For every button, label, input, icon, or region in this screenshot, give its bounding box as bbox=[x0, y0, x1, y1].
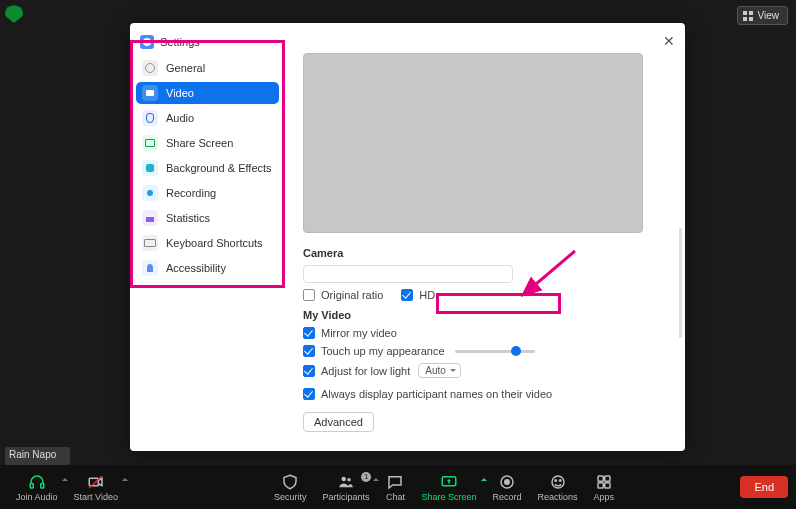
gear-icon bbox=[142, 60, 158, 76]
sidebar-item-statistics[interactable]: Statistics bbox=[136, 207, 279, 229]
mirror-checkbox[interactable] bbox=[303, 327, 315, 339]
sidebar-item-label: Video bbox=[166, 87, 194, 99]
apps-button[interactable]: Apps bbox=[586, 473, 623, 502]
modal-header: Settings bbox=[136, 31, 279, 53]
apps-icon bbox=[594, 473, 614, 491]
svg-point-6 bbox=[347, 478, 350, 481]
sidebar-item-label: General bbox=[166, 62, 205, 74]
lowlight-checkbox[interactable] bbox=[303, 365, 315, 377]
background-icon bbox=[142, 160, 158, 176]
headphone-icon bbox=[27, 473, 47, 491]
mirror-label: Mirror my video bbox=[321, 327, 397, 339]
chevron-up-icon[interactable] bbox=[122, 475, 128, 481]
svg-rect-14 bbox=[605, 476, 610, 481]
self-video-thumbnail[interactable]: Rain Napo bbox=[5, 447, 70, 465]
sidebar-item-label: Audio bbox=[166, 112, 194, 124]
share-icon bbox=[142, 135, 158, 151]
original-ratio-label: Original ratio bbox=[321, 289, 383, 301]
app-icon bbox=[140, 35, 154, 49]
grid-icon bbox=[743, 11, 753, 21]
sidebar-item-audio[interactable]: Audio bbox=[136, 107, 279, 129]
touchup-checkbox[interactable] bbox=[303, 345, 315, 357]
sidebar-item-label: Background & Effects bbox=[166, 162, 272, 174]
toolbar-label: Start Video bbox=[74, 492, 118, 502]
sidebar-item-video[interactable]: Video bbox=[136, 82, 279, 104]
svg-point-9 bbox=[505, 479, 510, 484]
headphone-icon bbox=[142, 110, 158, 126]
record-icon bbox=[497, 473, 517, 491]
svg-rect-1 bbox=[30, 483, 33, 488]
toolbar-label: Chat bbox=[386, 492, 405, 502]
record-button[interactable]: Record bbox=[485, 473, 530, 502]
settings-content: Camera Original ratio HD My Video Mirror… bbox=[285, 23, 685, 451]
participants-count-badge: 1 bbox=[361, 472, 371, 482]
view-button[interactable]: View bbox=[737, 6, 789, 25]
camera-off-icon bbox=[86, 473, 106, 491]
touchup-label: Touch up my appearance bbox=[321, 345, 445, 357]
stats-icon bbox=[142, 210, 158, 226]
user-name-label: Rain Napo bbox=[9, 449, 56, 460]
scrollbar[interactable] bbox=[679, 228, 682, 338]
people-icon bbox=[336, 473, 356, 491]
sidebar-item-background[interactable]: Background & Effects bbox=[136, 157, 279, 179]
view-label: View bbox=[758, 10, 780, 21]
lowlight-mode-select[interactable]: Auto bbox=[418, 363, 461, 378]
sidebar-item-accessibility[interactable]: Accessibility bbox=[136, 257, 279, 279]
keyboard-icon bbox=[142, 235, 158, 251]
chat-icon bbox=[385, 473, 405, 491]
accessibility-icon bbox=[142, 260, 158, 276]
camera-icon bbox=[142, 85, 158, 101]
touchup-slider[interactable] bbox=[455, 350, 535, 353]
start-video-button[interactable]: Start Video bbox=[66, 473, 126, 502]
svg-point-11 bbox=[555, 479, 557, 481]
advanced-button[interactable]: Advanced bbox=[303, 412, 374, 432]
toolbar-label: Record bbox=[493, 492, 522, 502]
reactions-button[interactable]: Reactions bbox=[530, 473, 586, 502]
hd-checkbox[interactable] bbox=[401, 289, 413, 301]
security-button[interactable]: Security bbox=[266, 473, 315, 502]
sidebar-item-label: Keyboard Shortcuts bbox=[166, 237, 263, 249]
settings-sidebar: Settings General Video Audio Share Scree… bbox=[130, 23, 285, 451]
svg-rect-2 bbox=[41, 483, 44, 488]
sidebar-item-label: Statistics bbox=[166, 212, 210, 224]
svg-rect-16 bbox=[605, 482, 610, 487]
toolbar-label: Reactions bbox=[538, 492, 578, 502]
camera-select[interactable] bbox=[303, 265, 513, 283]
svg-point-12 bbox=[559, 479, 561, 481]
svg-point-5 bbox=[341, 476, 346, 481]
share-screen-icon bbox=[439, 473, 459, 491]
display-names-checkbox[interactable] bbox=[303, 388, 315, 400]
toolbar-label: Apps bbox=[594, 492, 615, 502]
camera-preview bbox=[303, 53, 643, 233]
settings-modal: ✕ Settings General Video Audio Share Scr… bbox=[130, 23, 685, 451]
display-names-label: Always display participant names on thei… bbox=[321, 388, 552, 400]
encryption-shield-icon[interactable] bbox=[5, 5, 23, 23]
svg-rect-13 bbox=[598, 476, 603, 481]
end-meeting-button[interactable]: End bbox=[740, 476, 788, 498]
toolbar-label: Security bbox=[274, 492, 307, 502]
svg-rect-15 bbox=[598, 482, 603, 487]
shield-icon bbox=[280, 473, 300, 491]
sidebar-item-recording[interactable]: Recording bbox=[136, 182, 279, 204]
sidebar-item-share-screen[interactable]: Share Screen bbox=[136, 132, 279, 154]
hd-label: HD bbox=[419, 289, 435, 301]
original-ratio-checkbox[interactable] bbox=[303, 289, 315, 301]
sidebar-item-general[interactable]: General bbox=[136, 57, 279, 79]
toolbar-label: Participants bbox=[322, 492, 369, 502]
meeting-toolbar: Join Audio Start Video Security Particip… bbox=[0, 465, 796, 509]
my-video-section-label: My Video bbox=[303, 309, 667, 321]
share-screen-button[interactable]: Share Screen bbox=[413, 473, 484, 502]
toolbar-label: Share Screen bbox=[421, 492, 476, 502]
sidebar-item-label: Recording bbox=[166, 187, 216, 199]
lowlight-label: Adjust for low light bbox=[321, 365, 410, 377]
chat-button[interactable]: Chat bbox=[377, 473, 413, 502]
sidebar-item-label: Accessibility bbox=[166, 262, 226, 274]
join-audio-button[interactable]: Join Audio bbox=[8, 473, 66, 502]
modal-title: Settings bbox=[160, 36, 200, 48]
sidebar-item-label: Share Screen bbox=[166, 137, 233, 149]
camera-section-label: Camera bbox=[303, 247, 667, 259]
record-icon bbox=[142, 185, 158, 201]
sidebar-item-keyboard[interactable]: Keyboard Shortcuts bbox=[136, 232, 279, 254]
participants-button[interactable]: Participants 1 bbox=[314, 473, 377, 502]
toolbar-label: Join Audio bbox=[16, 492, 58, 502]
